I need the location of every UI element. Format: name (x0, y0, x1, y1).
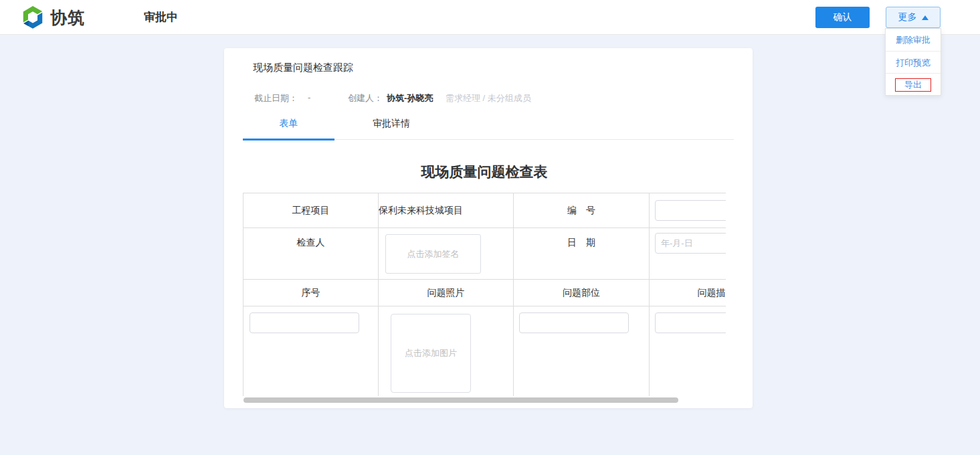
chevron-up-icon (922, 15, 928, 20)
column-header: 问题照片 (427, 287, 465, 298)
deadline-value: - (308, 92, 310, 102)
table-row: 检查人 点击添加签名 日 期 (243, 228, 726, 280)
serial-input-cell (243, 306, 379, 397)
menu-item-export[interactable]: 导出 (886, 73, 941, 95)
part-input[interactable] (519, 312, 629, 333)
app-logo: 协筑 (20, 5, 85, 30)
creator-name: 协筑-孙晓亮 (387, 92, 433, 104)
date-label-cell: 日 期 (514, 228, 650, 280)
inspector-label: 检查人 (297, 237, 325, 248)
confirm-button[interactable]: 确认 (815, 7, 870, 28)
more-button-label: 更多 (898, 11, 917, 23)
serial-input[interactable] (250, 312, 359, 333)
project-value-cell: 保利未来科技城项目 (379, 193, 514, 228)
description-header-cell: 问题描述 (650, 280, 726, 306)
creator-role: 需求经理 / 未分组成员 (446, 92, 531, 104)
table-row: 工程项目 保利未来科技城项目 编 号 (243, 193, 726, 228)
deadline-label: 截止日期： (254, 92, 298, 104)
photo-header-cell: 问题照片 (379, 280, 514, 306)
more-dropdown-menu: 删除审批 打印预览 导出 (885, 28, 941, 96)
date-input[interactable] (655, 233, 726, 254)
tab-bar: 表单 审批详情 (243, 107, 734, 140)
project-label-cell: 工程项目 (243, 193, 379, 228)
project-value: 保利未来科技城项目 (379, 205, 463, 215)
add-photo-button[interactable]: 点击添加图片 (391, 314, 471, 393)
table-row: 点击添加图片 (243, 306, 726, 397)
number-input-cell (650, 193, 726, 228)
project-label: 工程项目 (292, 205, 330, 215)
serial-header-cell: 序号 (243, 280, 379, 306)
approval-title: 现场质量问题检查跟踪 (253, 62, 353, 74)
menu-item-print-preview[interactable]: 打印预览 (886, 51, 941, 73)
tab-label: 表单 (280, 118, 298, 128)
top-bar: 协筑 审批中 确认 更多 (0, 0, 980, 35)
menu-item-label: 删除审批 (896, 35, 930, 45)
column-header: 问题描述 (698, 287, 726, 298)
menu-item-label: 导出 (904, 80, 922, 90)
more-button[interactable]: 更多 (886, 7, 941, 28)
tab-form[interactable]: 表单 (243, 107, 334, 140)
photo-cell: 点击添加图片 (379, 306, 514, 397)
number-label: 编 号 (567, 205, 595, 215)
export-highlight-box: 导出 (895, 78, 931, 92)
add-signature-button[interactable]: 点击添加签名 (385, 234, 481, 274)
creator-label: 创建人： (348, 92, 383, 104)
description-input[interactable] (655, 312, 726, 333)
form-table-container: 工程项目 保利未来科技城项目 编 号 检查人 点击添加签名 (243, 193, 726, 396)
description-input-cell (650, 306, 726, 397)
logo-text: 协筑 (50, 7, 85, 29)
form-table: 工程项目 保利未来科技城项目 编 号 检查人 点击添加签名 (243, 193, 726, 396)
number-input[interactable] (655, 200, 726, 221)
page-title: 审批中 (144, 0, 178, 35)
approval-card: 现场质量问题检查跟踪 截止日期： - 创建人： 协筑-孙晓亮 需求经理 / 未分… (224, 48, 753, 408)
column-header: 问题部位 (563, 287, 600, 298)
inspector-label-cell: 检查人 (243, 228, 379, 280)
tab-approval-detail[interactable]: 审批详情 (334, 107, 448, 140)
date-input-cell (650, 228, 726, 280)
form-title: 现场质量问题检查表 (243, 162, 726, 182)
menu-item-delete-approval[interactable]: 删除审批 (886, 29, 941, 51)
signature-cell: 点击添加签名 (379, 228, 514, 280)
horizontal-scrollbar-thumb[interactable] (243, 397, 678, 403)
number-label-cell: 编 号 (514, 193, 650, 228)
menu-item-label: 打印预览 (896, 58, 930, 68)
photo-placeholder: 点击添加图片 (405, 347, 457, 359)
part-header-cell: 问题部位 (514, 280, 650, 306)
signature-placeholder: 点击添加签名 (407, 248, 460, 260)
table-header-row: 序号 问题照片 问题部位 问题描述 (243, 280, 726, 306)
logo-cube-icon (20, 5, 45, 30)
tab-label: 审批详情 (373, 118, 410, 128)
date-label: 日 期 (567, 237, 595, 248)
column-header: 序号 (302, 287, 320, 298)
part-input-cell (514, 306, 650, 397)
